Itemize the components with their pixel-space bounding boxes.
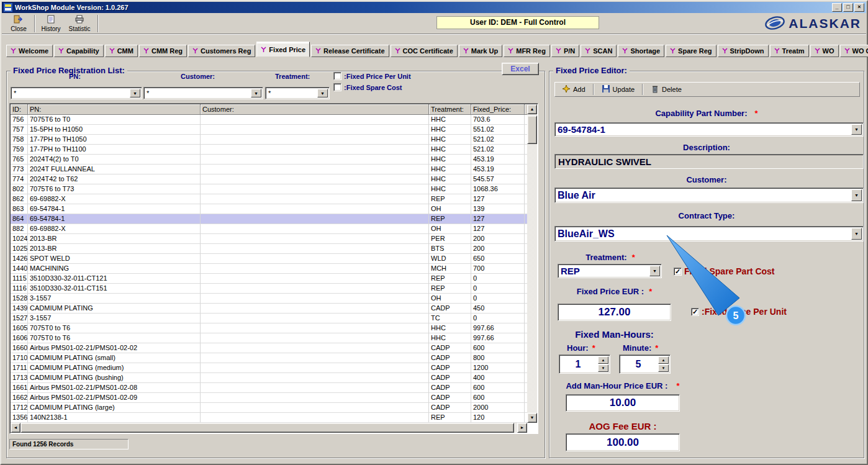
- tab-fixed-price[interactable]: Fixed Price: [256, 42, 310, 57]
- table-row[interactable]: 1440 MACHINING MCH 700: [11, 264, 527, 274]
- maximize-button[interactable]: □: [843, 3, 853, 12]
- table-row[interactable]: 1527 3-1557 TC 0: [11, 314, 527, 323]
- close-window-button[interactable]: ×: [854, 3, 864, 12]
- column-header-treatment[interactable]: Treatment:: [429, 104, 471, 115]
- close-module-button[interactable]: Close: [6, 14, 32, 33]
- tab-treatm[interactable]: Treatm: [770, 45, 809, 57]
- tab-capability[interactable]: Capability: [54, 45, 104, 57]
- fixed-price-per-unit-option[interactable]: ✓ :Fixed Price Per Unit: [691, 307, 787, 317]
- table-row[interactable]: 1115 3510D330-32-011-CT121 REP 0: [11, 274, 527, 284]
- customer-filter-combo[interactable]: * ▼: [143, 87, 263, 99]
- tab-scan[interactable]: SCAN: [581, 45, 617, 57]
- table-row[interactable]: 1710 CADMIUM PLATING (small) CADP 800: [11, 353, 527, 363]
- table-row[interactable]: 765 2024T4(2) to T0 HHC 453.19: [11, 155, 527, 165]
- minute-stepper[interactable]: 5 ▲ ▼: [619, 354, 671, 374]
- dropdown-arrow-icon[interactable]: ▼: [851, 228, 862, 240]
- table-row[interactable]: 773 2024T FULLANNEAL HHC 453.19: [11, 165, 527, 174]
- column-header-id[interactable]: ID:: [11, 104, 28, 115]
- table-row[interactable]: 757 15-5PH to H1050 HHC 551.02: [11, 125, 527, 135]
- table-row[interactable]: 1356 140N2138-1 REP 120: [11, 413, 527, 423]
- vertical-scrollbar-thumb[interactable]: [527, 115, 537, 144]
- hour-stepper[interactable]: 1 ▲ ▼: [559, 354, 610, 374]
- vertical-scrollbar[interactable]: ▲ ▼: [527, 104, 537, 423]
- horizontal-scrollbar[interactable]: ◄ ►: [11, 423, 527, 433]
- table-row[interactable]: 1711 CADMIUM PLATING (medium) CADP 1200: [11, 363, 527, 373]
- tab-spare-reg[interactable]: Spare Reg: [666, 45, 716, 57]
- tab-mfr-reg[interactable]: MFR Reg: [504, 45, 550, 57]
- scroll-left-button[interactable]: ◄: [11, 423, 20, 433]
- table-row[interactable]: 862 69-69882-X REP 127: [11, 194, 527, 204]
- history-button[interactable]: History: [38, 14, 64, 33]
- fixed-price-per-unit-checkbox[interactable]: [333, 72, 341, 80]
- fixed-price-per-unit-checkbox[interactable]: ✓: [691, 308, 699, 316]
- tab-mark-up[interactable]: Mark Up: [459, 45, 502, 57]
- dropdown-arrow-icon[interactable]: ▼: [851, 124, 862, 135]
- table-row[interactable]: 774 2024T42 to T62 HHC 545.57: [11, 174, 527, 184]
- table-row[interactable]: 1605 7075T0 to T6 HHC 997.66: [11, 323, 527, 333]
- update-button[interactable]: Update: [597, 83, 639, 96]
- scroll-up-button[interactable]: ▲: [527, 104, 537, 114]
- delete-button[interactable]: Delete: [646, 83, 686, 96]
- tab-welcome[interactable]: Welcome: [6, 45, 53, 57]
- tab-cmm[interactable]: CMM: [105, 45, 138, 57]
- add-man-hour-price-field[interactable]: 10.00: [566, 394, 680, 412]
- fixed-spare-cost-filter[interactable]: :Fixed Spare Cost: [333, 83, 402, 91]
- fixed-spare-cost-checkbox[interactable]: [333, 83, 341, 91]
- tab-customers-reg[interactable]: Customers Reg: [188, 45, 255, 57]
- table-row[interactable]: 864 69-54784-1 REP 127: [11, 214, 527, 224]
- minute-down-button[interactable]: ▼: [658, 364, 669, 372]
- table-row[interactable]: 1712 CADMIUM PLATING (large) CADP 2000: [11, 403, 527, 413]
- column-header-pn[interactable]: PN:: [28, 104, 201, 115]
- dropdown-arrow-icon[interactable]: ▼: [130, 89, 140, 97]
- table-row[interactable]: 1661 Airbus PMS01-02-21/PMS01-02-08 CADP…: [11, 383, 527, 393]
- customer-combo[interactable]: Blue Air ▼: [554, 187, 864, 203]
- horizontal-scrollbar-thumb[interactable]: [20, 423, 514, 433]
- dropdown-arrow-icon[interactable]: ▼: [851, 189, 862, 201]
- fixed-spare-part-cost-checkbox[interactable]: ✓: [674, 268, 682, 276]
- hour-up-button[interactable]: ▲: [598, 356, 608, 364]
- table-row[interactable]: 1116 3510D330-32-011-CT151 REP 0: [11, 284, 527, 294]
- treatment-combo[interactable]: REP ▼: [558, 264, 662, 278]
- tab-wo-completion[interactable]: WO Completion: [840, 45, 868, 57]
- excel-export-button[interactable]: Excel: [502, 63, 539, 75]
- table-row[interactable]: 1713 CADMIUM PLATING (bushing) CADP 400: [11, 373, 527, 383]
- dropdown-arrow-icon[interactable]: ▼: [649, 266, 660, 276]
- table-row[interactable]: 1025 2013-BR BTS 200: [11, 244, 527, 254]
- minimize-button[interactable]: _: [832, 3, 842, 12]
- statistic-button[interactable]: Statistic: [66, 14, 93, 33]
- table-row[interactable]: 1426 SPOT WELD WLD 650: [11, 254, 527, 264]
- table-row[interactable]: 863 69-54784-1 OH 139: [11, 204, 527, 214]
- pn-filter-combo[interactable]: * ▼: [11, 87, 142, 99]
- table-row[interactable]: 758 17-7PH to TH1050 HHC 521.02: [11, 135, 527, 145]
- table-row[interactable]: 882 69-69882-X OH 127: [11, 224, 527, 234]
- tab-shortage[interactable]: Shortage: [618, 45, 664, 57]
- tab-release-certificate[interactable]: Release Certificate: [311, 45, 389, 57]
- minute-up-button[interactable]: ▲: [658, 356, 669, 364]
- hour-down-button[interactable]: ▼: [598, 364, 608, 372]
- tab-p-n[interactable]: P/N: [551, 45, 579, 57]
- fixed-price-eur-field[interactable]: 127.00: [558, 304, 671, 321]
- table-row[interactable]: 1662 Airbus PMS01-02-21/PMS01-02-09 CADP…: [11, 393, 527, 403]
- tab-stripdown[interactable]: StripDown: [718, 45, 769, 57]
- table-row[interactable]: 1439 CADMIUM PLATING CADP 450: [11, 304, 527, 314]
- fixed-price-per-unit-filter[interactable]: :Fixed Price Per Unit: [333, 72, 411, 80]
- table-row[interactable]: 1528 3-1557 OH 0: [11, 294, 527, 304]
- tab-wo[interactable]: WO: [810, 45, 839, 57]
- table-row[interactable]: 1660 Airbus PMS01-02-21/PMS01-02-02 CADP…: [11, 343, 527, 353]
- scroll-right-button[interactable]: ►: [517, 423, 527, 433]
- table-row[interactable]: 1024 2013-BR PER 200: [11, 234, 527, 244]
- contract-type-combo[interactable]: BlueAir_WS ▼: [554, 226, 864, 242]
- dropdown-arrow-icon[interactable]: ▼: [251, 89, 261, 97]
- column-header-customer[interactable]: Customer:: [201, 104, 429, 115]
- treatment-filter-combo[interactable]: * ▼: [265, 87, 330, 99]
- scroll-down-button[interactable]: ▼: [527, 413, 537, 423]
- table-row[interactable]: 1606 7075T0 to T6 HHC 997.66: [11, 333, 527, 343]
- fixed-spare-part-cost-option[interactable]: ✓ Fixed Spare Part Cost: [674, 266, 775, 276]
- table-row[interactable]: 802 7075T6 to T73 HHC 1068.36: [11, 184, 527, 194]
- table-row[interactable]: 756 7075T6 to T0 HHC 703.6: [11, 115, 527, 125]
- capability-part-number-combo[interactable]: 69-54784-1 ▼: [554, 122, 864, 137]
- aog-fee-field[interactable]: 100.00: [566, 433, 680, 451]
- dropdown-arrow-icon[interactable]: ▼: [317, 89, 328, 97]
- table-row[interactable]: 759 17-7PH to TH1100 HHC 521.02: [11, 145, 527, 155]
- tab-coc-certificate[interactable]: COC Certificate: [391, 45, 458, 57]
